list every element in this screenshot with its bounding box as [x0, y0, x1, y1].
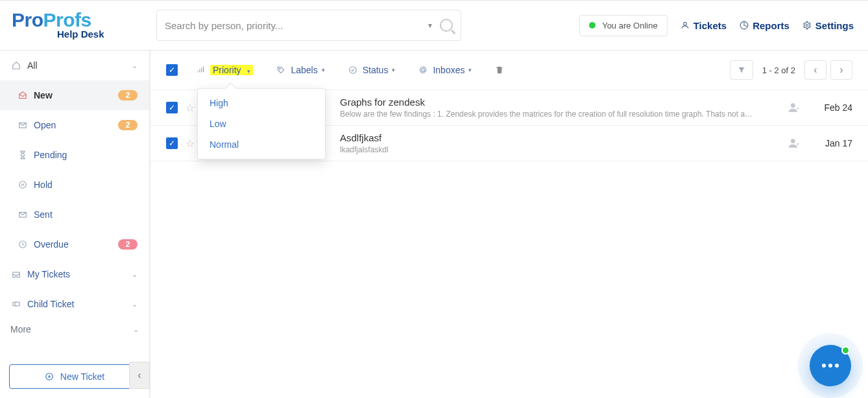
- sidebar-item-sent[interactable]: Sent: [0, 200, 149, 229]
- nav-reports-label: Reports: [753, 20, 790, 31]
- nav-settings[interactable]: Settings: [802, 20, 854, 31]
- priority-option-low[interactable]: Low: [198, 113, 325, 134]
- filter-button[interactable]: [730, 60, 753, 80]
- ticket-snippet: lkadfjalsfaskdl: [340, 145, 773, 154]
- pie-chart-icon: [740, 21, 749, 30]
- top-bar: ProProfs Help Desk ▼ You are Online Tick…: [0, 0, 868, 51]
- signal-icon: [196, 65, 205, 75]
- pagination-label: 1 - 2 of 2: [762, 65, 795, 75]
- brand-sub: Help Desk: [57, 29, 104, 40]
- sidebar-my-tickets[interactable]: My Tickets ⌄: [0, 259, 149, 289]
- brand-profs: Profs: [43, 9, 91, 30]
- search-icon[interactable]: [440, 19, 453, 32]
- online-status[interactable]: You are Online: [579, 15, 668, 36]
- online-status-label: You are Online: [602, 21, 658, 30]
- sidebar-item-label: Overdue: [34, 239, 69, 250]
- sidebar-child-ticket[interactable]: Child Ticket ⌄: [0, 289, 149, 319]
- nav-tickets-label: Tickets: [693, 20, 727, 31]
- row-checkbox[interactable]: ✓: [166, 137, 178, 149]
- badge-count: 2: [118, 239, 138, 250]
- sidebar-item-overdue[interactable]: Overdue 2: [0, 229, 149, 259]
- hourglass-icon: [18, 150, 34, 159]
- chevron-down-icon: ⌄: [132, 270, 138, 279]
- next-page-button[interactable]: ›: [830, 60, 852, 80]
- status-dropdown-button[interactable]: Status ▾: [348, 65, 396, 75]
- sidebar-all[interactable]: All ⌄: [0, 51, 149, 80]
- assign-user-icon[interactable]: [788, 137, 801, 150]
- prev-page-button[interactable]: ‹: [804, 60, 826, 80]
- sidebar-item-open[interactable]: Open 2: [0, 110, 149, 140]
- chevron-down-icon: ⌄: [132, 62, 138, 70]
- search-box[interactable]: ▼: [156, 10, 461, 41]
- sidebar-item-hold[interactable]: Hold: [0, 170, 149, 200]
- svg-point-13: [791, 103, 795, 108]
- nav-tickets[interactable]: Tickets: [681, 20, 727, 31]
- star-icon[interactable]: ☆: [186, 102, 195, 114]
- chevron-right-icon: ›: [839, 64, 843, 76]
- delete-button[interactable]: [495, 65, 504, 75]
- check-circle-icon: [348, 65, 357, 75]
- inboxes-dropdown-button[interactable]: Inboxes ▾: [418, 65, 472, 75]
- sidebar-item-new[interactable]: New 2: [0, 80, 149, 110]
- select-all-checkbox[interactable]: ✓: [166, 64, 178, 76]
- ticket-date: Jan 17: [815, 138, 852, 148]
- status-label: Status: [363, 65, 389, 75]
- sidebar-item-label: Hold: [34, 180, 53, 190]
- chat-online-dot: [841, 346, 850, 355]
- priority-label: Priority: [213, 65, 241, 75]
- gear-icon: [802, 21, 812, 30]
- labels-dropdown-button[interactable]: Labels ▾: [276, 65, 324, 75]
- sidebar-item-label: Pending: [34, 150, 67, 160]
- inbox-icon: [12, 270, 27, 279]
- new-ticket-button[interactable]: New Ticket: [9, 364, 140, 389]
- svg-point-12: [422, 69, 425, 72]
- content-area: All ⌄ New 2 Open 2 P: [0, 51, 868, 398]
- sent-mail-icon: [18, 210, 34, 219]
- clock-icon: [18, 240, 34, 249]
- svg-point-11: [349, 67, 356, 74]
- sidebar-item-pending[interactable]: Pending: [0, 140, 149, 170]
- caret-down-icon: ▾: [392, 67, 395, 73]
- svg-point-4: [19, 181, 27, 189]
- sidebar-item-label: Sent: [34, 209, 53, 220]
- svg-point-14: [791, 139, 795, 143]
- inboxes-label: Inboxes: [433, 65, 464, 75]
- labels-label: Labels: [291, 65, 317, 75]
- svg-point-0: [683, 22, 686, 25]
- star-icon[interactable]: ☆: [186, 137, 195, 150]
- chat-bubble-icon: [822, 364, 839, 368]
- sidebar-all-label: All: [27, 60, 38, 71]
- sidebar-more-label: More: [10, 324, 31, 334]
- search-dropdown-caret[interactable]: ▼: [427, 22, 433, 29]
- search-wrap: ▼: [156, 10, 461, 41]
- sidebar-item-label: New: [34, 90, 53, 100]
- envelope-icon: [18, 121, 34, 130]
- caret-down-icon: ▾: [468, 67, 472, 73]
- priority-option-normal[interactable]: Normal: [198, 134, 325, 155]
- plus-circle-icon: [45, 372, 54, 381]
- user-ticket-icon: [681, 21, 690, 30]
- nav-reports[interactable]: Reports: [740, 20, 790, 31]
- priority-dropdown-button[interactable]: Priority ▾: [196, 65, 253, 75]
- badge-count: 2: [118, 120, 138, 130]
- sidebar-more[interactable]: More ⌄: [0, 319, 149, 340]
- sidebar-collapse-button[interactable]: ‹: [129, 362, 150, 389]
- ticket-icon: [12, 299, 27, 309]
- brand-logo[interactable]: ProProfs Help Desk: [12, 11, 145, 40]
- row-checkbox[interactable]: ✓: [166, 102, 178, 113]
- assign-user-icon[interactable]: [788, 101, 801, 114]
- sidebar-child-ticket-label: Child Ticket: [27, 299, 74, 309]
- ticket-title: Asdlfjkasf: [340, 132, 773, 143]
- priority-option-high[interactable]: High: [198, 93, 325, 113]
- at-sign-icon: [418, 65, 428, 75]
- svg-point-2: [806, 24, 808, 27]
- sidebar-my-tickets-label: My Tickets: [27, 269, 70, 279]
- search-input[interactable]: [165, 20, 427, 31]
- caret-down-icon: ▾: [247, 68, 250, 75]
- badge-count: 2: [118, 90, 138, 100]
- toolbar: ✓ Priority ▾ Labels ▾: [151, 51, 868, 89]
- tag-icon: [276, 65, 285, 75]
- home-icon: [12, 61, 27, 70]
- chat-widget-button[interactable]: [810, 345, 851, 386]
- ticket-title: Graphs for zendesk: [340, 97, 773, 108]
